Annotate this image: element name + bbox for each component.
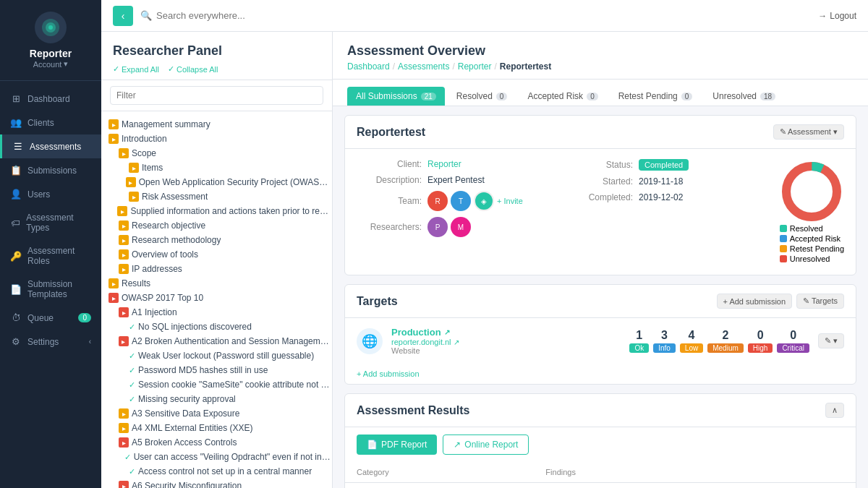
tab-all-submissions[interactable]: All Submissions 21	[347, 87, 445, 106]
folder-icon: ▸	[129, 192, 139, 202]
assessment-section: Reportertest ✎ Assessment ▾ Client: Repo	[344, 115, 856, 275]
content-area: Researcher Panel ✓ Expand All ✓ Collapse…	[101, 32, 868, 488]
started-row: Started: 2019-11-18	[568, 176, 765, 187]
invite-button[interactable]: + Invite	[497, 191, 523, 211]
tree-item[interactable]: ▸A5 Broken Access Controls	[101, 435, 332, 450]
back-button[interactable]: ‹	[113, 6, 133, 26]
tree-item-label: Password MD5 hashes still in use	[138, 365, 268, 375]
tree-item-label: Supplied information and actions taken p…	[130, 206, 332, 216]
breadcrumb: Dashboard / Assessments / Reporter / Rep…	[347, 61, 854, 72]
tree-item[interactable]: ▸Results	[101, 276, 332, 291]
tree-item[interactable]: ▸A4 XML External Entities (XXE)	[101, 421, 332, 435]
tree-item[interactable]: ▸Open Web Application Security Project (…	[101, 175, 332, 189]
category-cell: ✓ A1 Injection ℹ Ok	[345, 483, 534, 489]
tree-item[interactable]: ✓Missing security approval	[101, 392, 332, 406]
tree-item[interactable]: ✓Session cookie "SameSite" cookie attrib…	[101, 377, 332, 392]
description-value: Expert Pentest	[427, 175, 485, 185]
tree-item[interactable]: ▸Supplied information and actions taken …	[101, 204, 332, 218]
status-row: Status: Completed	[568, 159, 765, 171]
assessment-results-section: Assessment Results ∧ 📄 PDF Report ↗ Onli…	[344, 393, 856, 488]
folder-icon: ▸	[126, 177, 136, 187]
sidebar-item-users[interactable]: 👤 Users	[0, 182, 101, 206]
assessment-menu-button[interactable]: ✎ Assessment ▾	[773, 124, 844, 140]
breadcrumb-item[interactable]: Reporter	[458, 61, 492, 72]
tree-item[interactable]: ▸IP addresses	[101, 262, 332, 276]
breadcrumb-item[interactable]: Assessments	[398, 61, 449, 72]
tree-item[interactable]: ▸A6 Security Misconfiguration	[101, 479, 332, 488]
external-link-icon: ↗	[454, 338, 459, 346]
collapse-all-button[interactable]: ✓ Collapse All	[168, 64, 218, 74]
tree-item[interactable]: ✓Password MD5 hashes still in use	[101, 363, 332, 377]
tree-item[interactable]: ▸A2 Broken Authentication and Session Ma…	[101, 334, 332, 348]
sidebar-item-submission-templates[interactable]: 📄 Submission Templates	[0, 273, 101, 306]
sidebar-item-submissions[interactable]: 📋 Submissions	[0, 158, 101, 182]
app-name: Reporter	[30, 48, 72, 59]
sidebar-item-assessment-roles[interactable]: 🔑 Assessment Roles	[0, 239, 101, 273]
sidebar: Reporter Account ▾ ⊞ Dashboard 👥 Clients…	[0, 0, 101, 488]
legend-resolved: Resolved	[780, 224, 844, 233]
sidebar-item-queue[interactable]: ⏱ Queue 0	[0, 306, 101, 330]
tree-item[interactable]: ▸Risk Assessment	[101, 189, 332, 204]
tree-item[interactable]: ▸A3 Sensitive Data Exposure	[101, 406, 332, 421]
sidebar-item-settings[interactable]: ⚙ Settings ‹	[0, 330, 101, 354]
check-icon: ✓	[129, 366, 135, 375]
client-value[interactable]: Reporter	[427, 159, 461, 169]
tree-item-label: Research methodology	[132, 235, 221, 245]
tab-resolved[interactable]: Resolved 0	[448, 87, 516, 106]
sidebar-item-assessment-types[interactable]: 🏷 Assessment Types	[0, 206, 101, 239]
account-label[interactable]: Account ▾	[33, 59, 69, 69]
legend-retest-pending: Retest Pending	[780, 244, 844, 253]
add-submission-link[interactable]: + Add submission	[345, 364, 856, 384]
tree-item[interactable]: ▸Introduction	[101, 132, 332, 146]
search-input[interactable]	[156, 10, 811, 21]
pdf-report-button[interactable]: 📄 PDF Report	[357, 435, 437, 455]
collapse-results-button[interactable]: ∧	[825, 403, 844, 418]
target-url[interactable]: reporter.dongit.nl ↗	[391, 338, 621, 346]
online-report-button[interactable]: ↗ Online Report	[443, 435, 529, 455]
tree-item[interactable]: ✓Weak User lockout (Password still guess…	[101, 348, 332, 363]
tree-item[interactable]: ▸Scope	[101, 146, 332, 160]
folder-icon: ▸	[119, 437, 129, 448]
filter-input[interactable]	[110, 86, 323, 105]
right-panel-header: Assessment Overview Dashboard / Assessme…	[333, 32, 868, 80]
folder-icon: ▸	[109, 278, 119, 288]
tree-item[interactable]: ▸Research objective	[101, 218, 332, 233]
folder-icon: ▸	[119, 481, 129, 488]
legend-accepted-risk: Accepted Risk	[780, 234, 844, 243]
svg-point-2	[48, 25, 53, 30]
add-submission-button[interactable]: + Add submission	[717, 294, 793, 309]
main-container: ‹ 🔍 → Logout Researcher Panel ✓ Expand A…	[101, 0, 868, 488]
target-name[interactable]: Production ↗	[391, 327, 621, 338]
target-action-button[interactable]: ✎ ▾	[818, 333, 844, 348]
tab-retest-pending[interactable]: Retest Pending 0	[610, 87, 702, 106]
queue-badge: 0	[78, 313, 91, 322]
avatar: P	[427, 217, 448, 237]
folder-icon: ▸	[109, 119, 119, 129]
tree-item[interactable]: ▸Overview of tools	[101, 247, 332, 262]
tree-item-label: Weak User lockout (Password still guessa…	[138, 351, 314, 361]
tab-accepted-risk[interactable]: Accepted Risk 0	[519, 87, 606, 106]
tree-item[interactable]: ▸OWASP 2017 Top 10	[101, 291, 332, 305]
tree-item[interactable]: ✓Access control not set up in a central …	[101, 464, 332, 479]
researchers-row: Researchers: P M	[357, 217, 553, 237]
tree-item-label: A3 Sensitive Data Exposure	[132, 408, 239, 419]
breadcrumb-item[interactable]: Dashboard	[347, 61, 390, 72]
tree-item[interactable]: ✓No SQL injections discovered	[101, 320, 332, 334]
results-table-head: Category Findings	[345, 462, 856, 483]
tree-item-label: Overview of tools	[132, 249, 198, 260]
assessment-card: Client: Reporter Description: Expert Pen…	[345, 149, 856, 275]
sidebar-item-clients[interactable]: 👥 Clients	[0, 111, 101, 134]
tree-item[interactable]: ✓User can access "Veiling Opdracht" even…	[101, 450, 332, 464]
tree-item[interactable]: ▸A1 Injection	[101, 305, 332, 320]
tab-unresolved[interactable]: Unresolved 18	[704, 87, 784, 106]
tree-item[interactable]: ▸Research methodology	[101, 233, 332, 247]
logout-button[interactable]: → Logout	[818, 11, 856, 21]
expand-all-button[interactable]: ✓ Expand All	[113, 64, 159, 74]
page-title: Assessment Overview	[347, 43, 854, 59]
targets-button[interactable]: ✎ Targets	[796, 294, 844, 309]
link-icon: ↗	[454, 440, 461, 450]
sidebar-item-dashboard[interactable]: ⊞ Dashboard	[0, 87, 101, 111]
sidebar-item-assessments[interactable]: ☰ Assessments	[0, 134, 101, 158]
tree-item[interactable]: ▸Items	[101, 160, 332, 175]
tree-item[interactable]: ▸Management summary	[101, 117, 332, 132]
